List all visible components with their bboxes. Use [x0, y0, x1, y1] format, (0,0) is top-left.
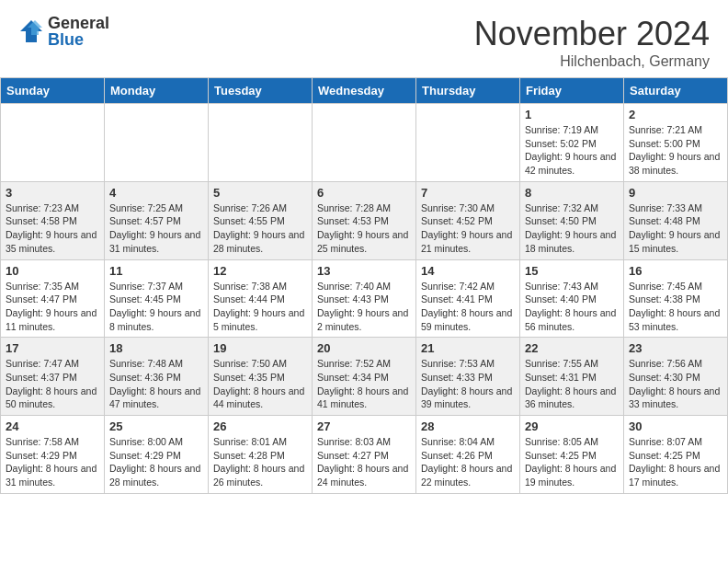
day-number: 24 [6, 419, 99, 433]
calendar-day-cell: 2Sunrise: 7:21 AM Sunset: 5:00 PM Daylig… [624, 104, 728, 182]
day-info: Sunrise: 7:21 AM Sunset: 5:00 PM Dayligh… [629, 123, 722, 178]
day-info: Sunrise: 7:25 AM Sunset: 4:57 PM Dayligh… [109, 201, 203, 256]
calendar-day-cell [1, 104, 105, 182]
day-number: 11 [109, 264, 203, 278]
day-number: 10 [6, 264, 99, 278]
day-number: 14 [421, 264, 515, 278]
day-info: Sunrise: 7:52 AM Sunset: 4:34 PM Dayligh… [317, 357, 411, 411]
logo-general-text: General [48, 15, 109, 31]
calendar-day-cell [105, 104, 209, 182]
calendar: Sunday Monday Tuesday Wednesday Thursday… [0, 77, 728, 494]
calendar-day-cell: 18Sunrise: 7:48 AM Sunset: 4:36 PM Dayli… [105, 338, 209, 416]
location: Hilchenbach, Germany [474, 53, 710, 70]
day-info: Sunrise: 7:42 AM Sunset: 4:41 PM Dayligh… [421, 280, 515, 334]
calendar-body: 1Sunrise: 7:19 AM Sunset: 5:02 PM Daylig… [1, 104, 728, 494]
header-monday: Monday [105, 78, 209, 104]
calendar-day-cell: 22Sunrise: 7:55 AM Sunset: 4:31 PM Dayli… [520, 338, 624, 416]
calendar-day-cell: 29Sunrise: 8:05 AM Sunset: 4:25 PM Dayli… [520, 416, 624, 494]
day-number: 16 [629, 264, 722, 278]
day-info: Sunrise: 7:58 AM Sunset: 4:29 PM Dayligh… [6, 435, 99, 489]
calendar-week-row: 1Sunrise: 7:19 AM Sunset: 5:02 PM Daylig… [1, 104, 728, 182]
day-info: Sunrise: 7:35 AM Sunset: 4:47 PM Dayligh… [6, 280, 99, 334]
day-info: Sunrise: 7:40 AM Sunset: 4:43 PM Dayligh… [317, 280, 411, 334]
logo-blue-text: Blue [48, 31, 109, 48]
day-number: 17 [6, 341, 99, 355]
day-number: 13 [317, 264, 411, 278]
calendar-day-cell [313, 104, 416, 182]
calendar-day-cell: 17Sunrise: 7:47 AM Sunset: 4:37 PM Dayli… [1, 338, 105, 416]
calendar-day-cell: 9Sunrise: 7:33 AM Sunset: 4:48 PM Daylig… [624, 181, 728, 259]
calendar-day-cell: 23Sunrise: 7:56 AM Sunset: 4:30 PM Dayli… [624, 338, 728, 416]
day-info: Sunrise: 7:28 AM Sunset: 4:53 PM Dayligh… [317, 201, 411, 256]
day-info: Sunrise: 7:30 AM Sunset: 4:52 PM Dayligh… [421, 201, 515, 256]
day-number: 1 [525, 108, 619, 121]
day-number: 19 [213, 341, 307, 355]
day-number: 29 [525, 419, 619, 433]
calendar-day-cell: 7Sunrise: 7:30 AM Sunset: 4:52 PM Daylig… [416, 181, 520, 259]
page-container: General Blue November 2024 Hilchenbach, … [0, 0, 728, 494]
weekday-header-row: Sunday Monday Tuesday Wednesday Thursday… [1, 78, 728, 104]
day-number: 20 [317, 341, 411, 355]
title-area: November 2024 Hilchenbach, Germany [474, 15, 710, 70]
calendar-day-cell: 8Sunrise: 7:32 AM Sunset: 4:50 PM Daylig… [520, 181, 624, 259]
day-info: Sunrise: 7:55 AM Sunset: 4:31 PM Dayligh… [525, 357, 619, 411]
calendar-day-cell: 21Sunrise: 7:53 AM Sunset: 4:33 PM Dayli… [416, 338, 520, 416]
header-wednesday: Wednesday [313, 78, 416, 104]
header-saturday: Saturday [624, 78, 728, 104]
calendar-week-row: 10Sunrise: 7:35 AM Sunset: 4:47 PM Dayli… [1, 259, 728, 338]
day-number: 18 [109, 341, 203, 355]
calendar-day-cell: 24Sunrise: 7:58 AM Sunset: 4:29 PM Dayli… [1, 416, 105, 494]
calendar-day-cell: 14Sunrise: 7:42 AM Sunset: 4:41 PM Dayli… [416, 259, 520, 338]
calendar-day-cell [416, 104, 520, 182]
calendar-week-row: 17Sunrise: 7:47 AM Sunset: 4:37 PM Dayli… [1, 338, 728, 416]
calendar-day-cell: 28Sunrise: 8:04 AM Sunset: 4:26 PM Dayli… [416, 416, 520, 494]
calendar-day-cell: 6Sunrise: 7:28 AM Sunset: 4:53 PM Daylig… [313, 181, 416, 259]
day-info: Sunrise: 7:32 AM Sunset: 4:50 PM Dayligh… [525, 201, 619, 256]
day-info: Sunrise: 7:53 AM Sunset: 4:33 PM Dayligh… [421, 357, 515, 411]
logo-text: General Blue [48, 15, 109, 48]
day-number: 28 [421, 419, 515, 433]
day-number: 4 [109, 186, 203, 200]
day-info: Sunrise: 8:01 AM Sunset: 4:28 PM Dayligh… [213, 435, 307, 489]
day-number: 30 [629, 419, 722, 433]
calendar-week-row: 24Sunrise: 7:58 AM Sunset: 4:29 PM Dayli… [1, 416, 728, 494]
calendar-day-cell [209, 104, 313, 182]
logo-icon [18, 18, 44, 44]
day-number: 15 [525, 264, 619, 278]
day-info: Sunrise: 7:26 AM Sunset: 4:55 PM Dayligh… [213, 201, 307, 256]
calendar-day-cell: 10Sunrise: 7:35 AM Sunset: 4:47 PM Dayli… [1, 259, 105, 338]
header-friday: Friday [520, 78, 624, 104]
day-number: 23 [629, 341, 722, 355]
logo: General Blue [18, 15, 109, 48]
day-number: 12 [213, 264, 307, 278]
calendar-day-cell: 25Sunrise: 8:00 AM Sunset: 4:29 PM Dayli… [105, 416, 209, 494]
day-number: 8 [525, 186, 619, 200]
header-thursday: Thursday [416, 78, 520, 104]
calendar-day-cell: 16Sunrise: 7:45 AM Sunset: 4:38 PM Dayli… [624, 259, 728, 338]
day-number: 27 [317, 419, 411, 433]
day-number: 6 [317, 186, 411, 200]
header: General Blue November 2024 Hilchenbach, … [0, 0, 728, 77]
day-info: Sunrise: 7:19 AM Sunset: 5:02 PM Dayligh… [525, 123, 619, 178]
day-number: 7 [421, 186, 515, 200]
header-tuesday: Tuesday [209, 78, 313, 104]
day-info: Sunrise: 8:00 AM Sunset: 4:29 PM Dayligh… [109, 435, 203, 489]
month-title: November 2024 [474, 15, 710, 53]
calendar-week-row: 3Sunrise: 7:23 AM Sunset: 4:58 PM Daylig… [1, 181, 728, 259]
day-number: 25 [109, 419, 203, 433]
day-info: Sunrise: 7:33 AM Sunset: 4:48 PM Dayligh… [629, 201, 722, 256]
day-info: Sunrise: 7:43 AM Sunset: 4:40 PM Dayligh… [525, 280, 619, 334]
calendar-day-cell: 11Sunrise: 7:37 AM Sunset: 4:45 PM Dayli… [105, 259, 209, 338]
calendar-day-cell: 12Sunrise: 7:38 AM Sunset: 4:44 PM Dayli… [209, 259, 313, 338]
calendar-day-cell: 4Sunrise: 7:25 AM Sunset: 4:57 PM Daylig… [105, 181, 209, 259]
header-sunday: Sunday [1, 78, 105, 104]
day-info: Sunrise: 8:05 AM Sunset: 4:25 PM Dayligh… [525, 435, 619, 489]
day-number: 2 [629, 108, 722, 121]
day-number: 22 [525, 341, 619, 355]
day-number: 9 [629, 186, 722, 200]
calendar-day-cell: 20Sunrise: 7:52 AM Sunset: 4:34 PM Dayli… [313, 338, 416, 416]
day-info: Sunrise: 7:37 AM Sunset: 4:45 PM Dayligh… [109, 280, 203, 334]
day-info: Sunrise: 7:56 AM Sunset: 4:30 PM Dayligh… [629, 357, 722, 411]
day-info: Sunrise: 8:03 AM Sunset: 4:27 PM Dayligh… [317, 435, 411, 489]
day-number: 21 [421, 341, 515, 355]
